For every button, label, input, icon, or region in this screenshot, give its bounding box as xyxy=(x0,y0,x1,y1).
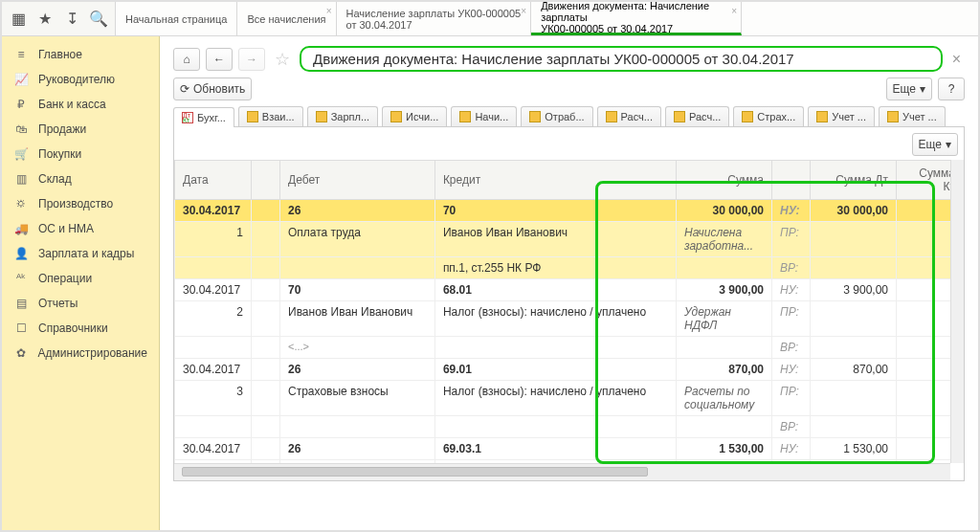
nav-icon: ✿ xyxy=(13,346,29,360)
nav-item-3[interactable]: 🛍Продажи xyxy=(2,117,159,142)
col-debit[interactable]: Дебет xyxy=(280,161,435,200)
history-icon[interactable]: ↧ xyxy=(61,9,82,30)
favorite-star-icon[interactable]: ☆ xyxy=(271,49,294,70)
posting-row[interactable]: 30.04.20172669.03.11 530,00НУ:1 530,00 xyxy=(175,438,964,460)
action-row: ⟳Обновить Еще▾ ? xyxy=(173,78,965,100)
nav-icon: ⛭ xyxy=(13,197,29,211)
register-tab-icon xyxy=(390,111,402,122)
register-tab-5[interactable]: Отраб... xyxy=(521,106,592,126)
col-sum[interactable]: Сумма xyxy=(677,161,772,200)
nav-item-2[interactable]: ₽Банк и касса xyxy=(2,92,159,117)
tab-close-icon[interactable]: × xyxy=(326,6,332,16)
posting-row-detail[interactable]: пп.1, ст.255 НК РФВР: xyxy=(175,257,964,279)
nav-item-6[interactable]: ⛭Производство xyxy=(2,191,159,216)
nav-icon: 🚚 xyxy=(13,222,29,235)
help-button[interactable]: ? xyxy=(938,78,965,100)
posting-row-detail[interactable]: 1Оплата трудаИванов Иван ИвановичНачисле… xyxy=(175,222,964,257)
grid-header-row: Дата Дебет Кредит Сумма Сумма Дт Сумма К… xyxy=(175,161,964,200)
table-panel: Еще▾ Дата Дебет Кредит Сумма Сумма Дт Су… xyxy=(173,127,965,481)
posting-row-detail[interactable]: <...>ВР: xyxy=(175,337,964,359)
nav-item-9[interactable]: ᴬᵏОперации xyxy=(2,266,159,291)
nav-icon: ▤ xyxy=(13,297,29,310)
tabbar: Начальная страницаВсе начисления×Начисле… xyxy=(116,2,978,35)
register-tab-icon xyxy=(529,111,541,122)
top-toolbar: ▦ ★ ↧ 🔍 Начальная страницаВсе начисления… xyxy=(2,2,978,36)
nav-icon: 📈 xyxy=(13,73,29,86)
top-icon-group: ▦ ★ ↧ 🔍 xyxy=(2,2,116,35)
register-tab-2[interactable]: Зарпл... xyxy=(307,106,378,126)
register-tab-icon xyxy=(816,111,828,122)
nav-item-12[interactable]: ✿Администрирование xyxy=(2,341,159,366)
star-icon[interactable]: ★ xyxy=(34,9,56,30)
nav-icon: ₽ xyxy=(13,98,29,111)
register-tab-icon xyxy=(742,111,753,122)
col-date[interactable]: Дата xyxy=(175,161,252,200)
tab-2[interactable]: Начисление зарплаты УК00-000005от 30.04.… xyxy=(337,2,532,35)
register-tab-icon xyxy=(316,111,327,122)
register-tab-icon xyxy=(674,111,685,122)
tab-1[interactable]: Все начисления× xyxy=(237,2,336,35)
register-tab-1[interactable]: Взаи... xyxy=(238,106,303,126)
register-tab-icon xyxy=(606,111,617,122)
nav-item-5[interactable]: ▥Склад xyxy=(2,166,159,191)
left-nav: ≡Главное📈Руководителю₽Банк и касса🛍Прода… xyxy=(2,36,160,530)
register-tab-3[interactable]: Исчи... xyxy=(382,106,447,126)
nav-item-7[interactable]: 🚚ОС и НМА xyxy=(2,216,159,241)
nav-icon: 🛒 xyxy=(13,147,29,161)
nav-item-8[interactable]: 👤Зарплата и кадры xyxy=(2,241,159,266)
posting-row[interactable]: 30.04.20177068.013 900,00НУ:3 900,00 xyxy=(175,279,964,301)
vertical-scrollbar[interactable] xyxy=(950,160,964,463)
col-sum-dt[interactable]: Сумма Дт xyxy=(811,161,897,200)
page-title: Движения документа: Начисление зарплаты … xyxy=(300,46,943,72)
apps-icon[interactable]: ▦ xyxy=(8,9,29,30)
tab-0[interactable]: Начальная страница xyxy=(116,2,237,35)
postings-grid: Дата Дебет Кредит Сумма Сумма Дт Сумма К… xyxy=(174,160,964,463)
register-tab-6[interactable]: Расч... xyxy=(597,106,661,126)
table-more-row: Еще▾ xyxy=(174,127,964,160)
register-tab-icon xyxy=(247,111,258,122)
posting-row-detail[interactable]: ВР: xyxy=(175,416,964,438)
register-tab-icon xyxy=(459,111,471,122)
tab-3[interactable]: Движения документа: Начисление зарплатыУ… xyxy=(531,2,742,35)
back-button[interactable]: ← xyxy=(206,48,233,71)
more-button[interactable]: Еще▾ xyxy=(886,78,932,100)
refresh-button[interactable]: ⟳Обновить xyxy=(173,78,252,100)
register-tab-icon xyxy=(182,112,193,123)
nav-item-1[interactable]: 📈Руководителю xyxy=(2,67,159,92)
posting-row-detail[interactable]: 2Иванов Иван ИвановичНалог (взносы): нач… xyxy=(175,301,964,337)
nav-icon: 🛍 xyxy=(13,122,29,136)
nav-icon: ▥ xyxy=(13,172,29,186)
posting-row-detail[interactable]: 3Страховые взносыНалог (взносы): начисле… xyxy=(175,381,964,416)
tab-close-icon[interactable]: × xyxy=(731,6,737,16)
posting-row[interactable]: 30.04.20172669.01870,00НУ:870,00 xyxy=(175,359,964,381)
nav-icon: ᴬᵏ xyxy=(13,272,29,285)
home-button[interactable]: ⌂ xyxy=(173,48,200,71)
horizontal-scrollbar[interactable] xyxy=(174,463,950,480)
tab-close-icon[interactable]: × xyxy=(521,6,526,16)
nav-item-11[interactable]: ☐Справочники xyxy=(2,316,159,341)
forward-button[interactable]: → xyxy=(238,48,265,71)
nav-icon: 👤 xyxy=(13,247,29,260)
nav-icon: ≡ xyxy=(13,48,29,61)
nav-item-10[interactable]: ▤Отчеты xyxy=(2,291,159,316)
register-tab-7[interactable]: Расч... xyxy=(665,106,729,126)
search-icon[interactable]: 🔍 xyxy=(88,9,109,30)
register-tab-9[interactable]: Учет ... xyxy=(808,106,875,126)
col-credit[interactable]: Кредит xyxy=(434,161,676,200)
register-tab-4[interactable]: Начи... xyxy=(451,106,517,126)
register-tab-0[interactable]: Бухг... xyxy=(173,107,234,127)
register-tab-icon xyxy=(887,111,899,122)
posting-row[interactable]: 30.04.2017267030 000,00НУ:30 000,00 xyxy=(175,200,964,222)
register-tab-10[interactable]: Учет ... xyxy=(879,106,946,126)
register-tab-8[interactable]: Страх... xyxy=(733,106,804,126)
close-button[interactable]: × xyxy=(948,51,965,68)
nav-item-4[interactable]: 🛒Покупки xyxy=(2,142,159,166)
table-more-button[interactable]: Еще▾ xyxy=(912,133,958,156)
col-tag[interactable] xyxy=(772,161,811,200)
grid-scroll[interactable]: Дата Дебет Кредит Сумма Сумма Дт Сумма К… xyxy=(174,160,964,463)
main-area: ⌂ ← → ☆ Движения документа: Начисление з… xyxy=(160,36,978,530)
nav-icon: ☐ xyxy=(13,321,29,335)
nav-item-0[interactable]: ≡Главное xyxy=(2,42,159,67)
col-num[interactable] xyxy=(252,161,280,200)
title-row: ⌂ ← → ☆ Движения документа: Начисление з… xyxy=(173,46,965,72)
